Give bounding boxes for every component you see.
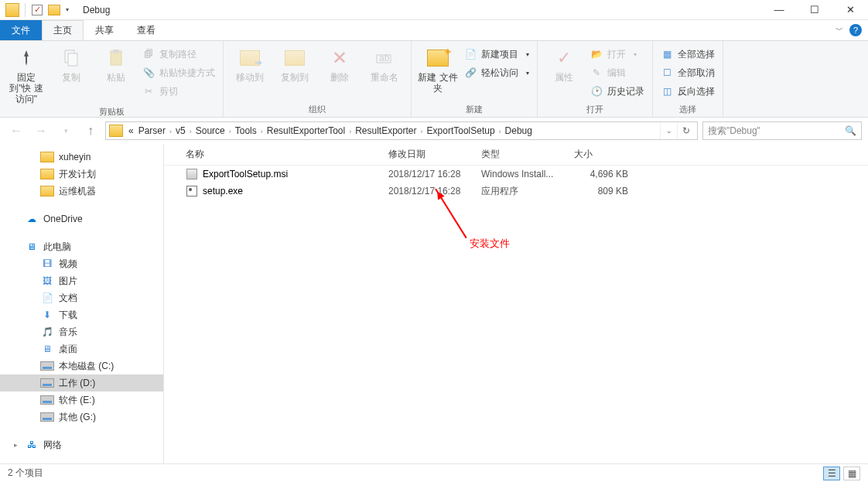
col-type[interactable]: 类型	[481, 148, 574, 161]
paste-button[interactable]: 粘贴	[96, 44, 136, 83]
nav-network[interactable]: ▸🖧网络	[0, 436, 163, 453]
delete-button[interactable]: ✕ 删除	[320, 44, 360, 83]
breadcrumb-item[interactable]: Source	[193, 125, 227, 136]
copy-button[interactable]: 复制	[51, 44, 91, 83]
view-icons-button[interactable]: ▦	[843, 467, 860, 480]
file-row[interactable]: setup.exe2018/12/17 16:28应用程序809 KB	[164, 183, 868, 200]
newfolder-button[interactable]: ✦ 新建 文件夹	[418, 44, 458, 94]
breadcrumb-bar[interactable]: « Parser›v5›Source›Tools›ResultExporterT…	[105, 121, 698, 140]
minimize-button[interactable]: —	[761, 0, 797, 20]
group-select-label: 选择	[679, 102, 696, 115]
close-button[interactable]: ✕	[832, 0, 868, 20]
qat-newfolder-icon[interactable]	[48, 5, 60, 15]
breadcrumb-separator[interactable]: ›	[259, 128, 265, 135]
folder-icon: 📄	[40, 292, 54, 304]
nav-pc-item[interactable]: ▸🎞视频	[0, 255, 163, 272]
search-box[interactable]: 搜索"Debug" 🔍	[702, 121, 862, 140]
view-details-button[interactable]: ☰	[823, 467, 840, 480]
easyaccess-button[interactable]: 🔗轻松访问▾	[463, 64, 531, 81]
copypath-button[interactable]: 🗐复制路径	[141, 46, 217, 63]
copyto-button[interactable]: 复制到	[275, 44, 315, 83]
column-headers[interactable]: 名称 修改日期 类型 大小	[164, 144, 868, 166]
help-icon[interactable]: ?	[849, 24, 862, 36]
tab-share[interactable]: 共享	[84, 20, 125, 40]
nav-quick-item[interactable]: xuheyin	[0, 149, 163, 166]
ribbon-collapse-icon[interactable]: ﹀	[836, 25, 843, 36]
newitem-button[interactable]: 📄新建项目▾	[463, 46, 531, 63]
pin-button[interactable]: 固定到"快 速访问"	[6, 44, 46, 104]
cut-button[interactable]: ✂剪切	[141, 83, 217, 100]
col-size[interactable]: 大小	[574, 148, 628, 161]
nav-recent-dropdown[interactable]: ▾	[56, 121, 76, 141]
breadcrumb-separator[interactable]: ›	[497, 128, 503, 135]
col-date[interactable]: 修改日期	[388, 148, 481, 161]
col-name[interactable]: 名称	[186, 148, 388, 161]
breadcrumb-item[interactable]: ExportToolSetup	[425, 125, 497, 136]
tab-file[interactable]: 文件	[0, 20, 42, 40]
nav-pc-item[interactable]: ▸工作 (D:)	[0, 374, 163, 391]
moveto-button[interactable]: ➜ 移动到	[230, 44, 270, 83]
breadcrumb-separator[interactable]: ›	[188, 128, 193, 135]
breadcrumb-item[interactable]: Tools	[233, 125, 259, 136]
app-icon[interactable]	[5, 3, 19, 17]
breadcrumb-separator[interactable]: ›	[168, 128, 173, 135]
nav-pc-item[interactable]: ▸软件 (E:)	[0, 391, 163, 409]
tab-view[interactable]: 查看	[125, 20, 167, 40]
copyto-icon	[282, 46, 307, 70]
nav-pc-item[interactable]: ▸🖼图片	[0, 272, 163, 289]
cut-icon: ✂	[142, 85, 155, 97]
breadcrumb-item[interactable]: v5	[173, 125, 188, 136]
group-open-label: 打开	[586, 102, 603, 115]
paste-icon	[104, 46, 128, 70]
refresh-button[interactable]: ↻	[677, 122, 694, 139]
open-button[interactable]: 📂打开▾	[589, 46, 646, 63]
folder-icon	[40, 168, 54, 180]
edit-button[interactable]: ✎编辑	[589, 64, 646, 81]
quick-access-toolbar: ✓ ▾	[0, 3, 75, 17]
drive-icon	[40, 394, 54, 406]
nav-back-button[interactable]: ←	[6, 121, 26, 141]
svg-rect-3	[113, 50, 119, 53]
tab-home[interactable]: 主页	[42, 20, 84, 40]
paste-shortcut-button[interactable]: 📎粘贴快捷方式	[141, 64, 217, 81]
breadcrumb-overflow[interactable]: «	[126, 125, 136, 136]
search-placeholder: 搜索"Debug"	[708, 125, 760, 138]
nav-pc-item[interactable]: ▸其他 (G:)	[0, 409, 163, 426]
rename-button[interactable]: ab 重命名	[364, 44, 405, 83]
history-button[interactable]: 🕑历史记录	[589, 83, 646, 100]
nav-pc-item[interactable]: ▸📄文档	[0, 289, 163, 306]
nav-pc-item[interactable]: ▸本地磁盘 (C:)	[0, 357, 163, 374]
exe-icon	[186, 185, 198, 197]
nav-thispc[interactable]: ▸🖥此电脑	[0, 238, 163, 255]
selectall-button[interactable]: ▦全部选择	[659, 46, 716, 63]
nav-pc-item[interactable]: ▸🖥桌面	[0, 340, 163, 357]
breadcrumb-separator[interactable]: ›	[227, 128, 233, 135]
folder-icon: 🎞	[40, 258, 54, 270]
folder-icon: 🖼	[40, 275, 54, 287]
nav-onedrive[interactable]: ▸☁OneDrive	[0, 210, 163, 227]
breadcrumb-separator[interactable]: ›	[419, 128, 425, 135]
nav-forward-button[interactable]: →	[31, 121, 51, 141]
copypath-icon: 🗐	[142, 48, 155, 60]
file-list[interactable]: 名称 修改日期 类型 大小 ExportToolSetup.msi2018/12…	[164, 144, 868, 463]
nav-quick-item[interactable]: 运维机器	[0, 183, 163, 200]
nav-pc-item[interactable]: ▸⬇下载	[0, 306, 163, 323]
file-row[interactable]: ExportToolSetup.msi2018/12/17 16:28Windo…	[164, 166, 868, 183]
breadcrumb-item[interactable]: ResultExporter	[353, 125, 419, 136]
navigation-pane[interactable]: xuheyin开发计划运维机器 ▸☁OneDrive ▸🖥此电脑 ▸🎞视频▸🖼图…	[0, 144, 164, 463]
breadcrumb-dropdown-icon[interactable]: ⌄	[660, 122, 677, 139]
selectinvert-button[interactable]: ◫反向选择	[659, 83, 716, 100]
nav-quick-item[interactable]: 开发计划	[0, 166, 163, 183]
nav-up-button[interactable]: ↑	[80, 121, 101, 141]
breadcrumb-item[interactable]: Parser	[136, 125, 168, 136]
qat-dropdown-icon[interactable]: ▾	[66, 6, 69, 13]
maximize-button[interactable]: ☐	[797, 0, 832, 20]
qat-properties-icon[interactable]: ✓	[32, 5, 43, 15]
breadcrumb-item[interactable]: Debug	[503, 125, 535, 136]
selectnone-button[interactable]: ☐全部取消	[659, 64, 716, 81]
properties-button[interactable]: ✓ 属性	[544, 44, 584, 83]
nav-pc-item[interactable]: ▸🎵音乐	[0, 323, 163, 340]
group-clipboard-label: 剪贴板	[99, 104, 125, 118]
folder-icon	[40, 185, 54, 197]
breadcrumb-item[interactable]: ResultExporterTool	[265, 125, 347, 136]
